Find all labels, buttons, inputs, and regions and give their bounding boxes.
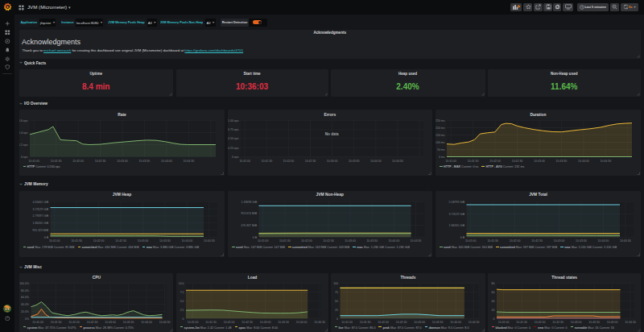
svg-text:10:42:00: 10:42:00 xyxy=(283,159,295,162)
svg-text:10:43:30: 10:43:30 xyxy=(576,239,587,243)
svg-text:1.86265 GiB: 1.86265 GiB xyxy=(449,224,465,227)
svg-text:10:44:30: 10:44:30 xyxy=(159,321,170,324)
svg-text:10:41:00: 10:41:00 xyxy=(187,321,198,324)
svg-text:953.674 MiB: 953.674 MiB xyxy=(241,212,257,215)
svg-text:10:42:00: 10:42:00 xyxy=(510,239,521,243)
svg-text:10:41:00: 10:41:00 xyxy=(32,321,43,324)
svg-text:80.0%: 80.0% xyxy=(21,288,29,292)
svg-text:10:44:30: 10:44:30 xyxy=(392,159,403,162)
svg-text:10:43:00: 10:43:00 xyxy=(105,321,116,324)
svg-text:40: 40 xyxy=(491,299,494,302)
svg-text:10:42:30: 10:42:30 xyxy=(512,159,523,162)
svg-text:20.0%: 20.0% xyxy=(21,309,29,313)
svg-text:10:44:30: 10:44:30 xyxy=(183,159,194,162)
svg-text:1.39698 GiB: 1.39698 GiB xyxy=(242,200,258,203)
svg-text:25: 25 xyxy=(335,308,338,311)
svg-text:150 ms: 150 ms xyxy=(436,133,445,136)
svg-text:1.00 ops: 1.00 ops xyxy=(228,118,239,122)
svg-text:10:42:30: 10:42:30 xyxy=(395,321,407,324)
svg-text:CPU: CPU xyxy=(92,276,101,280)
svg-text:10:43:30: 10:43:30 xyxy=(159,239,171,243)
svg-text:10:44:00: 10:44:00 xyxy=(161,159,172,162)
svg-text:10:42:30: 10:42:30 xyxy=(552,321,564,324)
svg-text:60.0%: 60.0% xyxy=(21,296,29,299)
svg-text:10:44:30: 10:44:30 xyxy=(600,159,611,162)
svg-text:2.5: 2.5 xyxy=(180,308,184,311)
svg-text:10:41:30: 10:41:30 xyxy=(50,321,61,324)
svg-text:40.0%: 40.0% xyxy=(21,303,29,306)
svg-text:10:44:30: 10:44:30 xyxy=(314,321,325,324)
svg-text:10:41:30: 10:41:30 xyxy=(50,159,61,162)
svg-text:0 ops: 0 ops xyxy=(20,155,27,158)
svg-text:10:42:00: 10:42:00 xyxy=(378,321,389,324)
svg-text:10:41:00: 10:41:00 xyxy=(341,321,353,324)
svg-text:10:44:00: 10:44:00 xyxy=(295,321,307,324)
svg-text:0 B: 0 B xyxy=(253,235,258,239)
svg-text:10:42:00: 10:42:00 xyxy=(223,321,234,324)
svg-text:0: 0 xyxy=(336,317,338,320)
svg-text:10:44:00: 10:44:00 xyxy=(141,321,152,324)
svg-text:10:44:30: 10:44:30 xyxy=(625,321,636,324)
svg-text:80: 80 xyxy=(491,281,494,284)
svg-text:10:42:30: 10:42:30 xyxy=(242,321,253,324)
svg-text:250 ms: 250 ms xyxy=(436,118,445,122)
svg-text:0: 0 xyxy=(493,317,494,320)
svg-text:10:41:00: 10:41:00 xyxy=(465,239,477,243)
svg-text:20: 20 xyxy=(491,308,494,311)
svg-text:10:42:00: 10:42:00 xyxy=(72,159,84,162)
svg-text:10:43:00: 10:43:00 xyxy=(554,239,565,243)
svg-text:0.4 ops: 0.4 ops xyxy=(19,131,28,134)
svg-text:100 ms: 100 ms xyxy=(436,140,445,143)
svg-text:10:42:00: 10:42:00 xyxy=(534,321,545,324)
svg-text:10:44:00: 10:44:00 xyxy=(450,321,461,324)
svg-text:10:44:00: 10:44:00 xyxy=(181,239,192,243)
svg-text:10:44:00: 10:44:00 xyxy=(606,321,617,324)
svg-text:3.72529 GiB: 3.72529 GiB xyxy=(32,207,48,210)
svg-text:Duration: Duration xyxy=(530,112,546,116)
svg-text:JVM Non-Heap: JVM Non-Heap xyxy=(316,193,345,197)
svg-text:0: 0 xyxy=(182,317,184,320)
svg-text:0.6 ops: 0.6 ops xyxy=(19,118,28,122)
svg-text:0 ms: 0 ms xyxy=(439,155,445,158)
svg-text:0.50 ops: 0.50 ops xyxy=(228,137,239,140)
svg-text:10:43:00: 10:43:00 xyxy=(345,239,356,243)
svg-text:Load: Load xyxy=(247,276,257,280)
svg-text:Thread states: Thread states xyxy=(551,276,577,280)
svg-text:75: 75 xyxy=(335,290,338,293)
svg-text:10:41:30: 10:41:30 xyxy=(261,159,272,162)
svg-text:0 B: 0 B xyxy=(460,235,465,239)
svg-text:10:44:00: 10:44:00 xyxy=(388,239,399,243)
svg-text:10:43:00: 10:43:00 xyxy=(137,239,148,243)
svg-text:0 ops: 0 ops xyxy=(232,155,239,158)
svg-text:5.58793 GiB: 5.58793 GiB xyxy=(449,200,465,203)
svg-text:10:41:30: 10:41:30 xyxy=(487,239,498,243)
svg-text:10:41:00: 10:41:00 xyxy=(239,159,250,162)
svg-text:1.86265 GiB: 1.86265 GiB xyxy=(32,222,48,225)
svg-text:0 B: 0 B xyxy=(43,235,48,239)
svg-text:10:42:30: 10:42:30 xyxy=(323,239,334,243)
svg-text:?: ? xyxy=(6,317,8,320)
svg-text:200 ms: 200 ms xyxy=(436,126,445,129)
svg-text:10:43:30: 10:43:30 xyxy=(431,321,443,324)
svg-text:10:42:30: 10:42:30 xyxy=(531,239,543,243)
svg-text:10:42:00: 10:42:00 xyxy=(489,159,501,162)
svg-text:5.0: 5.0 xyxy=(180,299,184,302)
svg-text:10:41:30: 10:41:30 xyxy=(516,321,527,324)
svg-text:10:41:00: 10:41:00 xyxy=(445,159,456,162)
svg-text:10:43:30: 10:43:30 xyxy=(138,159,150,162)
svg-text:10:41:30: 10:41:30 xyxy=(71,239,82,243)
svg-text:10:42:00: 10:42:00 xyxy=(68,321,80,324)
svg-text:10:41:30: 10:41:30 xyxy=(468,159,479,162)
svg-text:10:43:30: 10:43:30 xyxy=(349,159,360,162)
svg-text:JVM Heap: JVM Heap xyxy=(112,193,130,197)
svg-text:2.79397 GiB: 2.79397 GiB xyxy=(32,214,48,218)
svg-text:0.75 ops: 0.75 ops xyxy=(228,128,239,131)
svg-text:10:44:30: 10:44:30 xyxy=(468,321,479,324)
svg-text:50: 50 xyxy=(335,299,338,302)
svg-text:10:42:00: 10:42:00 xyxy=(301,239,312,243)
svg-text:10:43:00: 10:43:00 xyxy=(327,159,338,162)
svg-text:0%: 0% xyxy=(24,317,28,320)
svg-text:10:41:00: 10:41:00 xyxy=(258,239,269,243)
svg-text:10:43:00: 10:43:00 xyxy=(414,321,425,324)
svg-text:10:43:00: 10:43:00 xyxy=(570,321,581,324)
